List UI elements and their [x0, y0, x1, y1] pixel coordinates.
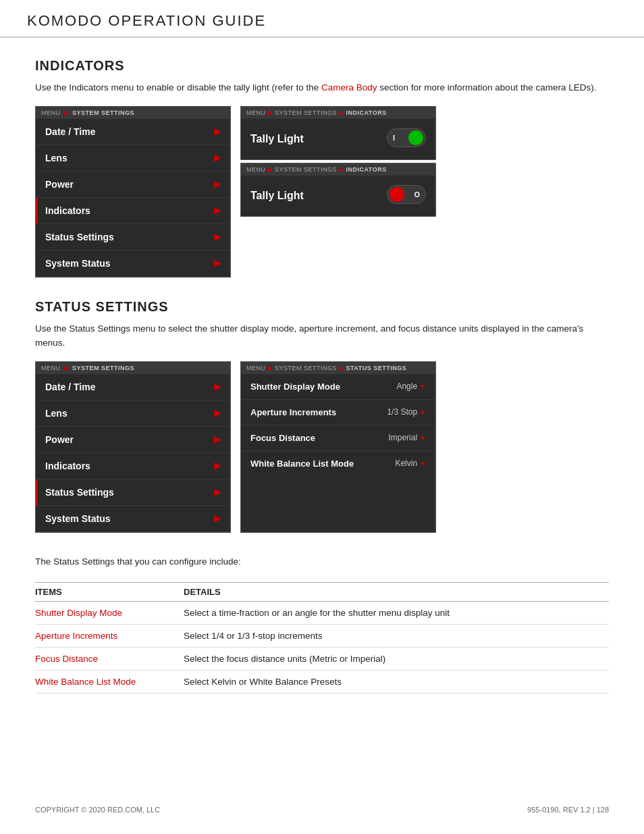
status-aperture-row: Aperture Increments 1/3 Stop ▼	[241, 400, 435, 425]
indicators-desc-before: Use the Indicators menu to enable or dis…	[35, 82, 321, 93]
tally-on-label: Tally Light	[250, 133, 304, 145]
status-right-panel: MENU ▶ SYSTEM SETTINGS ▶ STATUS SETTINGS…	[240, 361, 436, 533]
tally-panels: MENU ▶ SYSTEM SETTINGS ▶ INDICATORS Tall…	[240, 106, 436, 278]
menu-item-status-settings: Status Settings ▶	[36, 224, 230, 251]
status-settings-heading: STATUS SETTINGS	[35, 299, 609, 315]
page-header: KOMODO OPERATION GUIDE	[0, 0, 644, 38]
status-menu-status-settings: Status Settings ▶	[36, 479, 230, 506]
table-item-shutter[interactable]: Shutter Display Mode	[35, 608, 122, 618]
status-aperture-label: Aperture Increments	[250, 407, 336, 417]
table-item-focus[interactable]: Focus Distance	[35, 654, 98, 664]
indicators-section: INDICATORS Use the Indicators menu to en…	[35, 58, 609, 278]
menu-item-power: Power ▶	[36, 172, 230, 198]
indicators-desc-after: section for more information about the c…	[377, 82, 597, 93]
status-focus-value[interactable]: Imperial ▼	[388, 433, 426, 442]
table-row: Focus Distance Select the focus distance…	[35, 648, 609, 671]
menu-item-lens: Lens ▶	[36, 145, 230, 172]
table-item-aperture[interactable]: Aperture Increments	[35, 631, 117, 641]
menu-item-datetime: Date / Time ▶	[36, 119, 230, 145]
page-title: KOMODO OPERATION GUIDE	[27, 12, 617, 30]
status-settings-screenshots: MENU ▶ SYSTEM SETTINGS Date / Time ▶ Len…	[35, 361, 609, 533]
status-menu-indicators: Indicators ▶	[36, 453, 230, 479]
indicators-left-menu: MENU ▶ SYSTEM SETTINGS Date / Time ▶ Len…	[35, 106, 231, 278]
table-detail-wb: Select Kelvin or White Balance Presets	[184, 671, 609, 694]
status-right-breadcrumb: MENU ▶ SYSTEM SETTINGS ▶ STATUS SETTINGS	[241, 362, 435, 374]
page-footer: COPYRIGHT © 2020 RED.COM, LLC 955-0190, …	[35, 806, 609, 814]
status-wb-label: White Balance List Mode	[250, 459, 354, 469]
status-menu-datetime: Date / Time ▶	[36, 374, 230, 400]
status-shutter-label: Shutter Display Mode	[250, 382, 340, 392]
status-menu-power: Power ▶	[36, 427, 230, 453]
table-row: Aperture Increments Select 1/4 or 1/3 f-…	[35, 625, 609, 648]
status-menu-system-status: System Status ▶	[36, 506, 230, 532]
tally-off-row: Tally Light O	[241, 176, 435, 216]
indicators-heading: INDICATORS	[35, 58, 609, 74]
table-detail-shutter: Select a time-fraction or an angle for t…	[184, 602, 609, 625]
main-content: INDICATORS Use the Indicators menu to en…	[0, 38, 644, 714]
status-wb-value[interactable]: Kelvin ▼	[395, 459, 426, 468]
table-row: Shutter Display Mode Select a time-fract…	[35, 602, 609, 625]
status-left-breadcrumb: MENU ▶ SYSTEM SETTINGS	[36, 362, 230, 374]
table-detail-focus: Select the focus distance units (Metric …	[184, 648, 609, 671]
status-left-menu: MENU ▶ SYSTEM SETTINGS Date / Time ▶ Len…	[35, 361, 231, 533]
table-item-wb[interactable]: White Balance List Mode	[35, 677, 136, 687]
tally-off-screen: MENU ▶ SYSTEM SETTINGS ▶ INDICATORS Tall…	[240, 163, 436, 217]
status-menu-lens: Lens ▶	[36, 400, 230, 427]
status-focus-row: Focus Distance Imperial ▼	[241, 425, 435, 451]
status-wb-row: White Balance List Mode Kelvin ▼	[241, 451, 435, 476]
status-settings-description: Use the Status Settings menu to select t…	[35, 321, 609, 350]
tally-off-breadcrumb: MENU ▶ SYSTEM SETTINGS ▶ INDICATORS	[241, 163, 435, 176]
tally-on-screen: MENU ▶ SYSTEM SETTINGS ▶ INDICATORS Tall…	[240, 106, 436, 160]
tally-off-label: Tally Light	[250, 190, 304, 202]
footer-copyright: COPYRIGHT © 2020 RED.COM, LLC	[35, 806, 160, 814]
tally-on-row: Tally Light I	[241, 119, 435, 159]
status-aperture-value[interactable]: 1/3 Stop ▼	[387, 407, 426, 417]
menu-item-indicators: Indicators ▶	[36, 198, 230, 224]
table-detail-aperture: Select 1/4 or 1/3 f-stop increments	[184, 625, 609, 648]
status-items-table: ITEMS DETAILS Shutter Display Mode Selec…	[35, 582, 609, 694]
status-shutter-value[interactable]: Angle ▼	[396, 382, 426, 391]
status-focus-label: Focus Distance	[250, 433, 315, 443]
indicators-screenshots: MENU ▶ SYSTEM SETTINGS Date / Time ▶ Len…	[35, 106, 609, 278]
table-intro: The Status Settings that you can configu…	[35, 554, 609, 569]
indicators-left-breadcrumb: MENU ▶ SYSTEM SETTINGS	[36, 107, 230, 119]
table-col-details: DETAILS	[184, 583, 609, 602]
tally-toggle-on[interactable]: I	[387, 128, 426, 150]
camera-body-link[interactable]: Camera Body	[321, 82, 377, 93]
tally-on-breadcrumb: MENU ▶ SYSTEM SETTINGS ▶ INDICATORS	[241, 107, 435, 119]
status-settings-section: STATUS SETTINGS Use the Status Settings …	[35, 299, 609, 694]
status-shutter-row: Shutter Display Mode Angle ▼	[241, 374, 435, 400]
menu-item-system-status: System Status ▶	[36, 251, 230, 277]
indicators-description: Use the Indicators menu to enable or dis…	[35, 80, 609, 95]
footer-page-number: 955-0190, REV 1.2 | 128	[527, 806, 609, 814]
table-row: White Balance List Mode Select Kelvin or…	[35, 671, 609, 694]
tally-toggle-off[interactable]: O	[387, 185, 426, 207]
table-col-items: ITEMS	[35, 583, 184, 602]
